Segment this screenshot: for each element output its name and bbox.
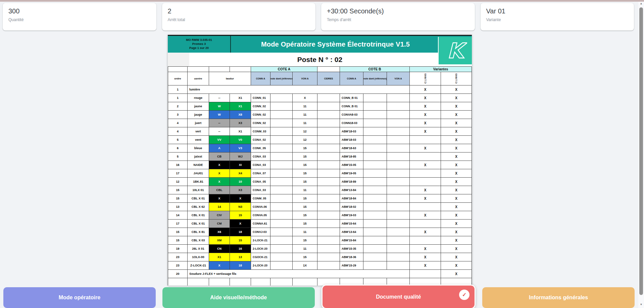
table-row: 15CBL X 03XM152-LOCK-2115ABM'15-84X	[168, 236, 472, 245]
table-cell	[317, 186, 340, 194]
table-cell: ABM'13-64	[340, 228, 363, 236]
table-cell: CBL X 01	[188, 220, 209, 228]
scrollbar-thumb[interactable]	[639, 7, 643, 295]
table-cell: X	[410, 127, 441, 136]
table-cell: CBL X 01	[188, 194, 209, 203]
table-cell: X1	[209, 253, 230, 261]
stat-label: Temps d'arrêt	[327, 17, 469, 22]
table-cell	[363, 245, 387, 253]
table-cell: CBL X 81	[188, 228, 209, 236]
table-cell	[363, 253, 387, 261]
table-cell	[387, 136, 410, 144]
table-cell: X	[441, 220, 472, 228]
table-cell: NAIDE	[188, 161, 209, 169]
table-cell	[317, 127, 340, 136]
table-cell	[363, 136, 387, 144]
stat-label: Arrêt total	[168, 17, 310, 22]
table-cell	[363, 111, 387, 119]
table-cell: JAU01	[188, 169, 209, 178]
table-cell: ABM'18-03	[340, 136, 363, 144]
stat-card-quantity: 300 Quantité	[3, 3, 156, 30]
table-cell: XI	[230, 161, 251, 169]
table-cell: 10	[230, 178, 251, 186]
table-cell: X	[410, 111, 441, 119]
table-row: 1926L X 01CN162-LOCK-2011ABM'15-35XX	[168, 245, 472, 253]
table-cell: W	[209, 111, 230, 119]
table-cell: X	[441, 194, 472, 203]
table-cell	[270, 169, 293, 178]
table-row: 16NAIDEXXICONA_0315ABM'15-05XX	[168, 161, 472, 169]
table-cell	[387, 127, 410, 136]
table-cell: 11	[293, 111, 317, 119]
table-cell: CB	[209, 152, 230, 161]
table-cell: 15	[168, 194, 188, 203]
table-cell	[387, 211, 410, 220]
table-cell: 18	[230, 261, 251, 270]
table-cell	[387, 161, 410, 169]
table-cell: CONN18-03	[340, 119, 363, 127]
table-cell: --	[209, 119, 230, 127]
table-cell	[270, 220, 293, 228]
table-cell: X	[410, 144, 441, 152]
table-cell: 15	[168, 228, 188, 236]
table-row: 17CBL X 01CMXCONNA.6115ABM'15-64X	[168, 220, 472, 228]
table-cell	[270, 211, 293, 220]
document-qualite-button[interactable]: Document qualité ✓	[321, 285, 476, 308]
table-cell	[270, 203, 293, 211]
table-cell: 15	[230, 211, 251, 220]
table-cell	[363, 127, 387, 136]
table-cell: X8	[230, 111, 251, 119]
table-cell: V0	[230, 136, 251, 144]
table-cell: X	[410, 102, 441, 111]
vertical-scrollbar[interactable]: ▲ ▼	[638, 0, 644, 308]
table-cell: ABM'15-29	[340, 261, 363, 270]
table-cell: X	[441, 136, 472, 144]
checkmark-badge-icon: ✓	[459, 290, 469, 300]
col-header: ordre	[168, 72, 188, 85]
table-cell	[270, 161, 293, 169]
table-row: 14CBL X 01CIV15CONVA.0515ABM'19-03XX	[168, 211, 472, 220]
table-cell: A	[209, 144, 230, 152]
table-cell: X	[410, 161, 441, 169]
table-cell	[317, 111, 340, 119]
table-cell	[387, 186, 410, 194]
table-cell: CONK_05	[251, 144, 270, 152]
mode-operatoire-button[interactable]: Mode opératoire	[3, 287, 156, 308]
table-cell: X	[410, 186, 441, 194]
table-row: 15CBL X 81X618CONVJ-0311ABM'13-64XX	[168, 228, 472, 236]
table-cell: ABM'13-84	[340, 186, 363, 194]
scroll-up-icon[interactable]: ▲	[638, 2, 644, 5]
table-cell	[387, 253, 410, 261]
aide-visuelle-methode-button[interactable]: Aide visuelle/méthode	[162, 287, 315, 308]
table-cell: CONN_02	[251, 102, 270, 111]
table-cell	[363, 186, 387, 194]
table-cell	[317, 136, 340, 144]
table-cell: 15	[293, 253, 317, 261]
table-cell: 3	[168, 111, 188, 119]
table-cell: 11	[293, 119, 317, 127]
table-cell: X	[441, 270, 472, 278]
table-cell: 12	[293, 136, 317, 144]
informations-generales-button[interactable]: Informations générales	[482, 287, 635, 308]
table-cell	[387, 178, 410, 186]
col-header: CIDRES	[317, 72, 340, 85]
table-cell: 15	[293, 144, 317, 152]
table-cell: 2	[168, 102, 188, 111]
stat-label: Variante	[486, 17, 629, 22]
table-cell	[410, 169, 441, 178]
table-cell	[317, 169, 340, 178]
table-cell	[317, 152, 340, 161]
col-header: CONN A	[251, 72, 270, 85]
table-cell: WJ	[230, 152, 251, 161]
table-row: 2jauneWX1CONN_0211CONN_B 01XX	[168, 102, 472, 111]
scroll-down-icon[interactable]: ▼	[638, 303, 644, 306]
table-cell: 16	[168, 161, 188, 169]
table-cell: 15	[168, 186, 188, 194]
table-cell: X	[209, 161, 230, 169]
table-cell: X	[441, 102, 472, 111]
table-cell: ABM'18-03	[340, 127, 363, 136]
stat-value: 300	[8, 7, 151, 15]
table-cell	[410, 178, 441, 186]
table-cell: 11	[293, 186, 317, 194]
table-cell: 15	[168, 236, 188, 245]
